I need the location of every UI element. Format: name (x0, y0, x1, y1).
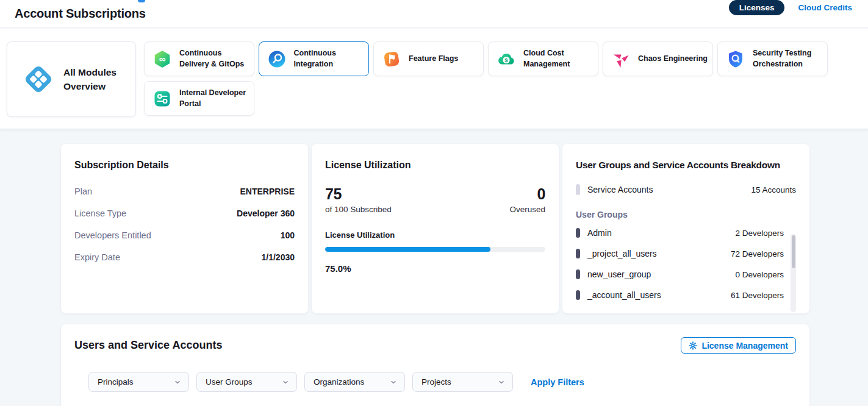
detail-row: Developers Entitled 100 (74, 224, 295, 246)
usage-summary-row: 75 of 100 Subscribed 0 Overused (325, 185, 545, 214)
filter-dropdown[interactable]: Organizations (304, 372, 405, 392)
scrollbar-thumb[interactable] (792, 235, 795, 268)
filter-dropdown[interactable]: Principals (88, 372, 189, 392)
detail-row: License Type Developer 360 (74, 202, 295, 224)
header-actions: Licenses Cloud Credits (729, 0, 852, 15)
license-utilization-card: License Utilization 75 of 100 Subscribed… (312, 144, 559, 313)
subscription-details-title: Subscription Details (74, 160, 295, 171)
module-label: Security Testing Orchestration (753, 48, 823, 69)
chevron-down-icon (390, 379, 397, 386)
gear-icon (689, 341, 697, 350)
license-management-button[interactable]: License Management (681, 337, 796, 354)
module-label: Continuous Integration (294, 48, 365, 69)
detail-label: Developers Entitled (74, 230, 151, 240)
module-card-continuous-integration[interactable]: Continuous Integration (259, 41, 369, 76)
licenses-tab-button[interactable]: Licenses (729, 0, 785, 15)
service-accounts-marker (576, 184, 580, 195)
users-section-title: Users and Service Accounts (74, 339, 222, 352)
ci-icon (267, 49, 287, 69)
detail-label: License Type (74, 208, 126, 218)
feature-flags-icon (382, 49, 401, 69)
module-label: Feature Flags (409, 54, 479, 65)
page-header: Account Subscriptions Licenses Cloud Cre… (0, 0, 868, 28)
user-groups-list: Admin 2 Developers _project_all_users 72… (576, 223, 796, 305)
overused-block: 0 Overused (509, 185, 545, 214)
subscription-detail-rows: Plan ENTERPRISE License Type Developer 3… (74, 180, 295, 268)
user-group-name: Admin (587, 228, 612, 238)
module-card-continuous-delivery[interactable]: ∞ Continuous Delivery & GitOps (144, 41, 254, 76)
page-title: Account Subscriptions (15, 7, 146, 21)
subscribed-caption: of 100 Subscribed (325, 205, 392, 214)
utilization-bar-label: License Utilization (325, 230, 545, 240)
all-modules-overview-label: All Modules Overview (63, 65, 121, 94)
idp-icon (152, 89, 172, 109)
breakdown-card: User Groups and Service Accounts Breakdo… (562, 144, 809, 313)
user-group-name: new_user_group (587, 269, 651, 279)
svg-text:∞: ∞ (159, 54, 166, 64)
detail-value: 1/1/2030 (262, 252, 295, 262)
user-group-row: Admin 2 Developers (576, 223, 784, 243)
module-label: Chaos Engineering (638, 54, 709, 65)
utilization-progress-fill (325, 247, 490, 252)
account-subscriptions-page: Account Subscriptions Licenses Cloud Cre… (0, 0, 868, 406)
filter-dropdown[interactable]: Projects (412, 372, 513, 392)
filter-dropdown[interactable]: User Groups (196, 372, 297, 392)
module-card-internal-developer-portal[interactable]: Internal Developer Portal (144, 81, 254, 116)
module-card-chaos-engineering[interactable]: Chaos Engineering (603, 41, 713, 76)
chevron-down-icon (282, 379, 289, 386)
all-modules-overview-card[interactable]: All Modules Overview (7, 41, 136, 117)
chevron-down-icon (174, 379, 181, 386)
user-group-value: 72 Developers (731, 249, 784, 258)
service-accounts-label: Service Accounts (587, 185, 653, 194)
service-accounts-row: Service Accounts 15 Accounts (576, 184, 796, 195)
service-accounts-value: 15 Accounts (751, 185, 796, 194)
module-card-cloud-cost[interactable]: $ Cloud Cost Management (488, 41, 598, 76)
apply-filters-link[interactable]: Apply Filters (531, 377, 584, 387)
user-group-marker (576, 249, 580, 258)
breakdown-title: User Groups and Service Accounts Breakdo… (576, 160, 796, 171)
module-card-security-testing[interactable]: Security Testing Orchestration (717, 41, 828, 76)
modules-strip: All Modules Overview ∞ Continuous Delive… (0, 29, 868, 129)
module-label: Continuous Delivery & GitOps (179, 48, 250, 69)
filter-dropdown-label: User Groups (206, 377, 253, 386)
user-group-value: 2 Developers (735, 229, 784, 238)
cd-gitops-icon: ∞ (152, 49, 172, 69)
detail-value: Developer 360 (237, 208, 295, 218)
cloud-cost-icon: $ (497, 49, 516, 69)
security-shield-icon (726, 49, 745, 69)
chevron-down-icon (498, 379, 505, 386)
svg-text:$: $ (504, 57, 508, 63)
modules-grid: ∞ Continuous Delivery & GitOps Continuou… (144, 41, 836, 129)
user-group-name: _project_all_users (587, 249, 657, 258)
filter-dropdown-label: Organizations (314, 377, 364, 386)
user-group-marker (576, 290, 580, 300)
user-group-marker (576, 228, 580, 238)
user-group-row: _project_all_users 72 Developers (576, 243, 784, 264)
detail-value: ENTERPRISE (240, 187, 295, 196)
content-area: Subscription Details Plan ENTERPRISE Lic… (0, 129, 868, 406)
detail-label: Expiry Date (74, 252, 120, 262)
overused-caption: Overused (509, 205, 545, 214)
subscribed-block: 75 of 100 Subscribed (325, 185, 392, 214)
license-management-label: License Management (701, 341, 788, 351)
user-group-value: 0 Developers (735, 270, 784, 279)
detail-value: 100 (281, 230, 295, 240)
scrollbar[interactable] (791, 234, 796, 312)
filter-dropdowns: Principals User Groups (88, 372, 520, 392)
filters-row: Principals User Groups (61, 372, 809, 392)
module-label: Cloud Cost Management (523, 48, 594, 69)
cloud-credits-link[interactable]: Cloud Credits (798, 3, 852, 12)
utilization-progress-track (325, 247, 545, 252)
users-section-header: Users and Service Accounts License Ma (61, 324, 809, 354)
summary-cards-row: Subscription Details Plan ENTERPRISE Lic… (61, 144, 809, 313)
chaos-icon (611, 49, 631, 69)
overused-count: 0 (509, 185, 545, 203)
module-card-feature-flags[interactable]: Feature Flags (373, 41, 484, 76)
user-group-value: 61 Developers (731, 291, 784, 300)
detail-row: Plan ENTERPRISE (74, 180, 295, 202)
users-service-accounts-card: Users and Service Accounts License Ma (61, 324, 809, 406)
filter-dropdown-label: Principals (98, 377, 134, 386)
user-groups-header: User Groups (576, 210, 796, 219)
license-utilization-title: License Utilization (325, 160, 545, 171)
user-group-marker (576, 269, 580, 279)
